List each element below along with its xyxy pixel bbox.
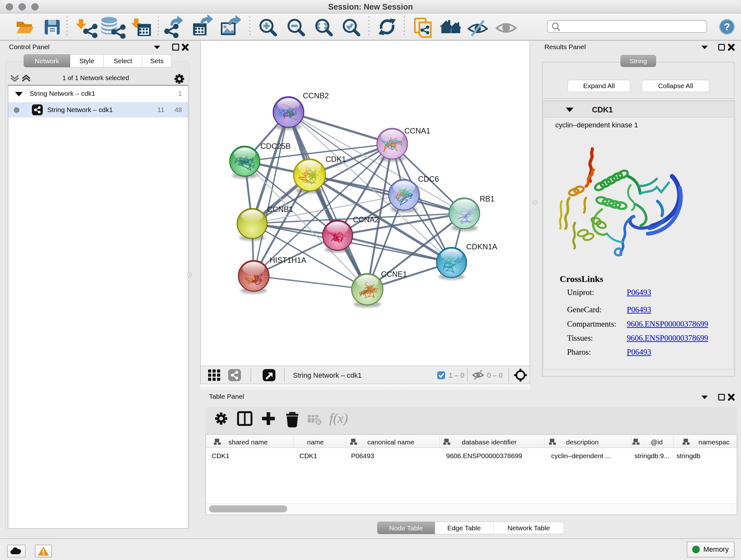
svg-text:CCNB1: CCNB1	[267, 205, 293, 213]
svg-text:@id: @id	[651, 438, 663, 446]
svg-text:1 – 0: 1 – 0	[449, 371, 464, 379]
svg-text:CDC6: CDC6	[418, 175, 439, 183]
svg-text:shared name: shared name	[228, 438, 268, 446]
svg-text:description: description	[566, 438, 599, 446]
svg-text:namespac: namespac	[698, 438, 730, 446]
svg-text:CCNA2: CCNA2	[353, 215, 379, 224]
svg-text:CCNA1: CCNA1	[404, 126, 430, 135]
svg-text:?: ?	[724, 21, 730, 33]
svg-text:CCNB2: CCNB2	[303, 91, 329, 100]
svg-text:0 – 0: 0 – 0	[487, 371, 502, 379]
svg-text:CDK1: CDK1	[326, 155, 346, 164]
svg-text:String Network – cdk1: String Network – cdk1	[293, 371, 361, 379]
svg-text:database identifier: database identifier	[462, 438, 517, 446]
svg-text:RB1: RB1	[480, 194, 495, 203]
svg-text:name: name	[307, 438, 324, 446]
svg-text:CCNE1: CCNE1	[381, 270, 407, 278]
svg-text:canonical name: canonical name	[367, 438, 414, 446]
svg-text:CDC25B: CDC25B	[260, 142, 291, 150]
svg-text:HIST1H1A: HIST1H1A	[270, 256, 307, 264]
svg-text:CDKN1A: CDKN1A	[466, 242, 497, 251]
svg-text:f(x): f(x)	[329, 411, 348, 426]
